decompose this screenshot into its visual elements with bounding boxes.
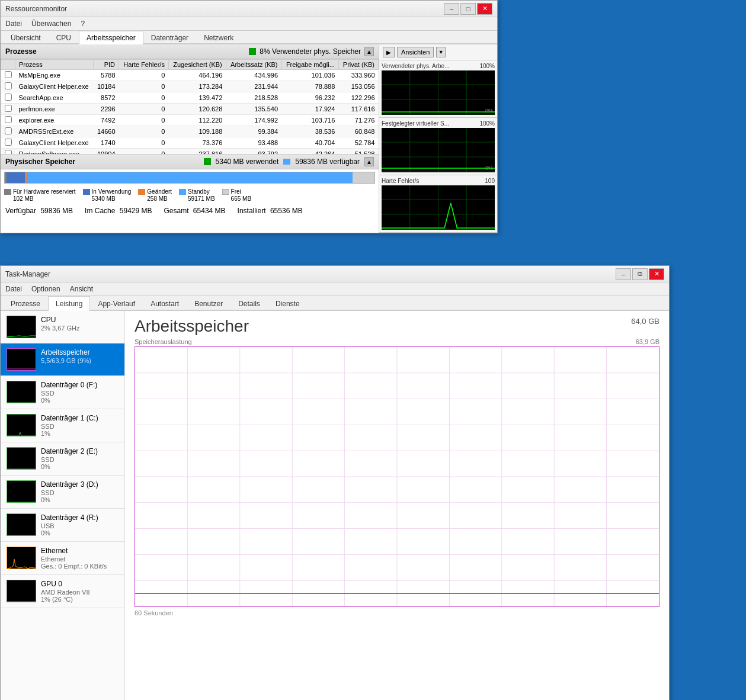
col-privat[interactable]: Privat (KB) <box>338 60 378 70</box>
perf-item-disk2[interactable]: Datenträger 2 (E:) SSD0% <box>1 442 124 476</box>
col-zugesichert[interactable]: Zugesichert (KB) <box>168 60 226 70</box>
disk4-thumb <box>7 513 36 536</box>
col-arbeitssatz[interactable]: Arbeitssatz (KB) <box>226 60 281 70</box>
taskman-tab-details[interactable]: Details <box>230 296 268 311</box>
perf-total-value: 64,0 GB <box>631 317 659 326</box>
sidebar-fixed-svg <box>382 128 495 172</box>
disk0-info: Datenträger 0 (F:) SSD0% <box>41 381 119 404</box>
row-cell-6: 122.296 <box>338 92 378 104</box>
processes-indicator-color <box>249 48 256 55</box>
perf-item-ethernet[interactable]: Ethernet EthernetGes.: 0 Empf.: 0 KBit/s <box>1 542 124 575</box>
table-row[interactable]: GalaxyClient Helper.exe1740073.37693.488… <box>1 137 379 149</box>
row-checkbox[interactable] <box>5 139 12 146</box>
sidebar-harte-title: Harte Fehler/s <box>382 178 419 184</box>
row-cell-5: 17.924 <box>281 104 338 115</box>
row-checkbox[interactable] <box>5 116 12 123</box>
phys-mem-header[interactable]: Physischer Speicher 5340 MB verwendet 59… <box>1 155 379 169</box>
resmon-tab-cpu[interactable]: CPU <box>49 31 79 44</box>
perf-time-label: 60 Sekunden <box>125 607 669 619</box>
col-freigabe[interactable]: Freigabe mögli... <box>281 60 338 70</box>
disk2-thumb <box>7 447 36 470</box>
perf-item-ram[interactable]: Arbeitsspeicher 5,5/63,9 GB (9%) <box>1 343 124 376</box>
taskman-tab-prozesse[interactable]: Prozesse <box>3 296 48 311</box>
row-checkbox[interactable] <box>5 105 12 112</box>
row-cell-3: 139.472 <box>168 92 226 104</box>
taskman-tab-autostart[interactable]: Autostart <box>143 296 187 311</box>
row-cell-1: 10184 <box>93 81 119 92</box>
table-row[interactable]: SearchApp.exe85720139.472218.52896.23212… <box>1 92 379 104</box>
table-row[interactable]: MsMpEng.exe57880464.196434.996101.036333… <box>1 70 379 81</box>
resmon-menu-datei[interactable]: Datei <box>3 18 24 29</box>
ansichten-btn[interactable]: Ansichten <box>397 47 434 57</box>
taskman-tab-appverlauf[interactable]: App-Verlauf <box>90 296 143 311</box>
disk2-sub: SSD0% <box>41 456 119 470</box>
row-checkbox-cell <box>1 70 15 81</box>
resmon-tab-netzwerk[interactable]: Netzwerk <box>196 31 241 44</box>
sidebar-chart-harte: Harte Fehler/s 100 <box>379 175 497 233</box>
taskman-menu-ansicht[interactable]: Ansicht <box>68 284 95 294</box>
perf-item-disk4[interactable]: Datenträger 4 (R:) USB0% <box>1 509 124 542</box>
resmon-close-btn[interactable]: ✕ <box>477 3 492 15</box>
perf-item-gpu[interactable]: GPU 0 AMD Radeon VII1% (26 °C) <box>1 575 124 608</box>
mem-bar-standby <box>27 172 352 183</box>
disk1-thumb <box>7 414 36 436</box>
phys-mem-free: 59836 MB verfügbar <box>295 158 360 166</box>
sidebar-chart-fixed: Festgelegter virtueller S... 100% 0% <box>379 118 497 175</box>
gpu-name: GPU 0 <box>41 580 119 588</box>
resmon-main: Prozesse 8% Verwendeter phys. Speicher ▲… <box>1 44 379 233</box>
row-checkbox[interactable] <box>5 127 12 134</box>
perf-item-disk1[interactable]: Datenträger 1 (C:) SSD1% <box>1 409 124 442</box>
processes-table: Prozess PID Harte Fehler/s Zugesichert (… <box>1 59 379 154</box>
taskman-tab-leistung[interactable]: Leistung <box>48 296 90 311</box>
col-pid[interactable]: PID <box>93 60 119 70</box>
table-row[interactable]: RadeonSoftware.exe109040237.81693.79242.… <box>1 149 379 155</box>
resmon-menu-help[interactable]: ? <box>78 18 87 29</box>
row-cell-3: 73.376 <box>168 137 226 149</box>
cpu-thumb <box>7 316 36 338</box>
taskman-tab-benutzer[interactable]: Benutzer <box>187 296 230 311</box>
row-cell-2: 0 <box>119 137 169 149</box>
processes-collapse-btn[interactable]: ▲ <box>364 47 374 56</box>
row-cell-2: 0 <box>119 104 169 115</box>
resmon-tab-dattentraeger[interactable]: Datenträger <box>143 31 196 44</box>
table-row[interactable]: GalaxyClient Helper.exe101840173.284231.… <box>1 81 379 92</box>
row-checkbox[interactable] <box>5 150 12 154</box>
taskman-minimize-btn[interactable]: – <box>616 268 631 280</box>
taskman-menu-datei[interactable]: Datei <box>3 284 24 294</box>
ram-name: Arbeitsspeicher <box>41 348 119 357</box>
row-checkbox-cell <box>1 92 15 104</box>
resmon-maximize-btn[interactable]: □ <box>460 3 476 15</box>
processes-table-container[interactable]: Prozess PID Harte Fehler/s Zugesichert (… <box>1 59 379 154</box>
processes-header[interactable]: Prozesse 8% Verwendeter phys. Speicher ▲ <box>1 44 379 59</box>
row-checkbox[interactable] <box>5 71 12 78</box>
taskman-close-btn[interactable]: ✕ <box>649 268 664 280</box>
col-harte[interactable]: Harte Fehler/s <box>119 60 169 70</box>
taskman-restore-btn[interactable]: ⧉ <box>632 268 648 280</box>
perf-sidebar[interactable]: CPU 2% 3,67 GHz Arbeitsspeicher 5,5/63,9… <box>1 311 125 700</box>
taskman-tab-dienste[interactable]: Dienste <box>268 296 308 311</box>
svg-rect-28 <box>7 547 36 569</box>
perf-item-disk0[interactable]: Datenträger 0 (F:) SSD0% <box>1 376 124 409</box>
row-checkbox[interactable] <box>5 94 12 101</box>
resmon-tab-arbeitsspeicher[interactable]: Arbeitsspeicher <box>79 31 143 44</box>
resmon-menu-ueberwachen[interactable]: Überwachen <box>29 18 73 29</box>
taskman-menu-optionen[interactable]: Optionen <box>29 284 63 294</box>
sidebar-chart-virt-label: Verwendeter phys. Arbe... 100% <box>382 63 495 69</box>
gpu-thumb <box>7 580 36 602</box>
table-row[interactable]: AMDRSSrcExt.exe146600109.18899.38438.536… <box>1 126 379 137</box>
perf-item-disk3[interactable]: Datenträger 3 (D:) SSD0% <box>1 476 124 509</box>
perf-chart-area <box>135 346 659 607</box>
mem-stats: Verfügbar 59836 MB Im Cache 59429 MB Ges… <box>1 204 379 217</box>
sidebar-nav-btn[interactable]: ▶ <box>383 47 395 57</box>
ansichten-dropdown[interactable]: ▼ <box>436 47 446 57</box>
resmon-minimize-btn[interactable]: – <box>444 3 459 15</box>
table-row[interactable]: explorer.exe74920112.220174.992103.71671… <box>1 115 379 126</box>
row-checkbox[interactable] <box>5 82 12 89</box>
table-row[interactable]: perfmon.exe22960120.628135.54017.924117.… <box>1 104 379 115</box>
perf-chart-right-label: 63,9 GB <box>636 338 659 345</box>
resmon-tab-uebersicht[interactable]: Übersicht <box>3 31 49 44</box>
phys-mem-collapse-btn[interactable]: ▲ <box>364 157 374 166</box>
row-cell-1: 14660 <box>93 126 119 137</box>
perf-item-cpu[interactable]: CPU 2% 3,67 GHz <box>1 311 124 343</box>
col-prozess[interactable]: Prozess <box>15 60 94 70</box>
